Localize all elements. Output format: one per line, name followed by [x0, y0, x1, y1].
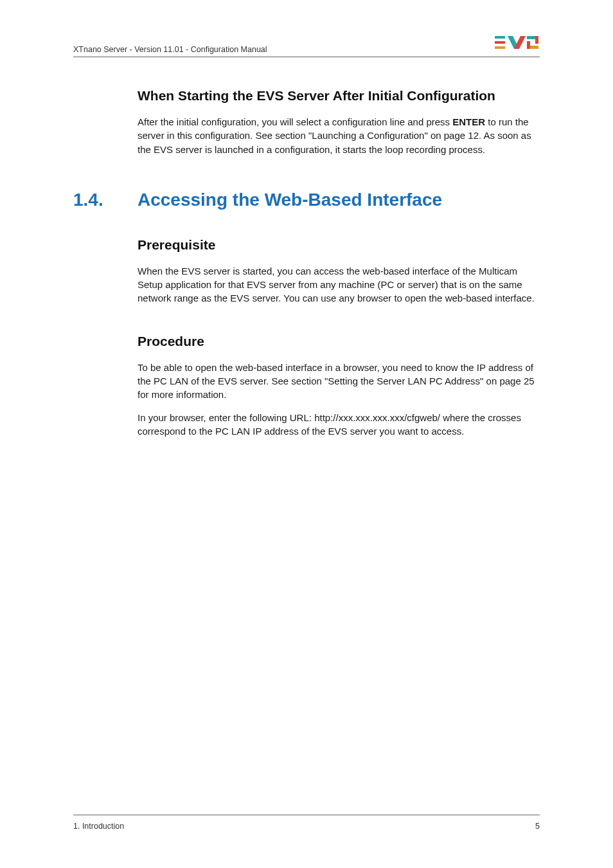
svg-rect-2: [495, 46, 505, 49]
page-footer: 1. Introduction 5: [73, 815, 540, 831]
page-header: XTnano Server - Version 11.01 - Configur…: [73, 35, 540, 57]
footer-chapter: 1. Introduction: [73, 822, 124, 831]
prerequisite-heading: Prerequisite: [138, 237, 540, 253]
para-text: After the initial configuration, you wil…: [138, 116, 452, 127]
enter-key-label: ENTER: [452, 116, 485, 127]
evs-logo-icon: [495, 35, 540, 54]
svg-rect-1: [495, 41, 505, 44]
section-number: 1.4.: [73, 190, 138, 210]
section-heading-row: 1.4. Accessing the Web-Based Interface: [73, 190, 540, 210]
procedure-paragraph-1: To be able to open the web-based interfa…: [138, 361, 540, 402]
prerequisite-paragraph: When the EVS server is started, you can …: [138, 264, 540, 305]
svg-rect-6: [527, 41, 530, 49]
svg-rect-0: [495, 36, 505, 39]
procedure-paragraph-2: In your browser, enter the following URL…: [138, 411, 540, 439]
procedure-heading: Procedure: [138, 334, 540, 349]
subsection-heading-starting: When Starting the EVS Server After Initi…: [138, 88, 540, 104]
svg-rect-4: [535, 36, 538, 44]
section1-paragraph: After the initial configuration, you wil…: [138, 115, 540, 156]
footer-page-number: 5: [535, 822, 540, 831]
header-title: XTnano Server - Version 11.01 - Configur…: [73, 45, 267, 54]
section-title: Accessing the Web-Based Interface: [138, 190, 442, 210]
